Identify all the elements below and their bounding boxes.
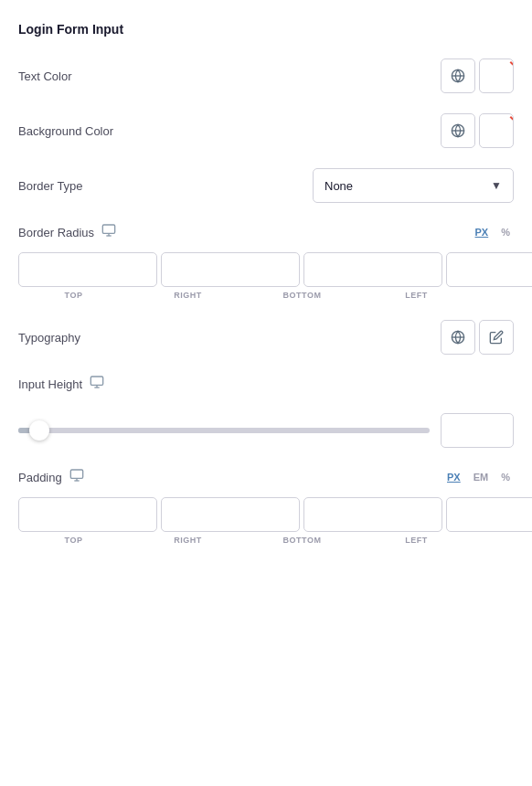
input-height-label: Input Height — [18, 377, 82, 391]
input-height-slider-thumb[interactable] — [29, 420, 49, 441]
padding-em-unit[interactable]: EM — [470, 470, 493, 484]
text-color-label: Text Color — [18, 69, 72, 83]
padding-left-input[interactable] — [446, 497, 532, 532]
text-color-picker-button[interactable] — [479, 58, 514, 93]
background-color-slash-indicator — [480, 114, 513, 147]
border-radius-top-input[interactable] — [18, 252, 157, 287]
border-type-label: Border Type — [18, 179, 83, 193]
padding-right-input[interactable] — [161, 497, 300, 532]
text-color-row: Text Color — [18, 58, 514, 93]
input-height-slider-wrapper[interactable] — [18, 428, 430, 433]
typography-globe-button[interactable] — [441, 320, 475, 355]
border-radius-sub-labels: TOP RIGHT BOTTOM LEFT — [18, 291, 514, 300]
input-height-section: Input Height — [18, 375, 514, 448]
typography-edit-button[interactable] — [479, 320, 514, 355]
padding-section: Padding PX EM % — [18, 468, 514, 545]
border-radius-bottom-input[interactable] — [303, 252, 442, 287]
svg-rect-9 — [90, 377, 102, 385]
input-height-label-group: Input Height — [18, 375, 104, 393]
border-radius-right-input[interactable] — [161, 252, 300, 287]
panel: Login Form Input Text Color Background C… — [0, 0, 532, 786]
border-radius-right-label: RIGHT — [133, 291, 243, 300]
padding-inputs — [18, 497, 514, 532]
input-height-monitor-icon — [90, 375, 104, 393]
border-radius-inputs — [18, 252, 514, 287]
border-radius-header-row: Border Radius PX % — [18, 223, 514, 241]
typography-label: Typography — [18, 331, 80, 345]
padding-top-input[interactable] — [18, 497, 157, 532]
background-color-label: Background Color — [18, 124, 113, 138]
padding-label-group: Padding — [18, 468, 84, 486]
padding-right-label: RIGHT — [133, 536, 243, 545]
background-color-globe-button[interactable] — [441, 113, 475, 148]
border-radius-bottom-label: BOTTOM — [247, 291, 357, 300]
border-radius-percent-unit[interactable]: % — [497, 225, 514, 239]
input-height-header-row: Input Height — [18, 375, 514, 393]
border-radius-px-unit[interactable]: PX — [472, 225, 493, 239]
svg-rect-4 — [102, 225, 114, 233]
border-radius-section: Border Radius PX % — [18, 223, 514, 300]
background-color-row: Background Color — [18, 113, 514, 148]
svg-rect-12 — [70, 470, 82, 478]
padding-label: Padding — [18, 471, 62, 484]
input-height-value-input[interactable] — [441, 413, 514, 448]
border-radius-left-input[interactable] — [446, 252, 532, 287]
background-color-controls — [441, 113, 514, 148]
chevron-down-icon: ▼ — [491, 179, 502, 192]
border-type-value: None — [325, 179, 353, 193]
text-color-controls — [441, 58, 514, 93]
padding-monitor-icon — [69, 468, 84, 486]
padding-unit-toggle: PX EM % — [443, 470, 514, 484]
border-radius-monitor-icon — [101, 223, 116, 241]
input-height-slider-track — [18, 428, 430, 433]
color-slash-indicator — [480, 59, 513, 92]
input-height-slider-row — [18, 413, 514, 448]
border-radius-left-label: LEFT — [361, 291, 472, 300]
padding-px-unit[interactable]: PX — [443, 470, 464, 484]
border-type-dropdown[interactable]: None ▼ — [313, 168, 514, 203]
border-type-row: Border Type None ▼ — [18, 168, 514, 203]
padding-bottom-label: BOTTOM — [247, 536, 357, 545]
padding-bottom-input[interactable] — [303, 497, 442, 532]
border-radius-top-label: TOP — [18, 291, 129, 300]
border-radius-label-group: Border Radius — [18, 223, 116, 241]
border-radius-unit-toggle: PX % — [472, 225, 514, 239]
typography-controls — [441, 320, 514, 355]
padding-sub-labels: TOP RIGHT BOTTOM LEFT — [18, 536, 514, 545]
padding-percent-unit[interactable]: % — [497, 470, 514, 484]
background-color-picker-button[interactable] — [479, 113, 514, 148]
text-color-globe-button[interactable] — [441, 58, 475, 93]
padding-top-label: TOP — [18, 536, 129, 545]
padding-header-row: Padding PX EM % — [18, 468, 514, 486]
padding-left-label: LEFT — [361, 536, 472, 545]
panel-title: Login Form Input — [18, 22, 514, 37]
border-radius-label: Border Radius — [18, 226, 94, 239]
typography-row: Typography — [18, 320, 514, 355]
